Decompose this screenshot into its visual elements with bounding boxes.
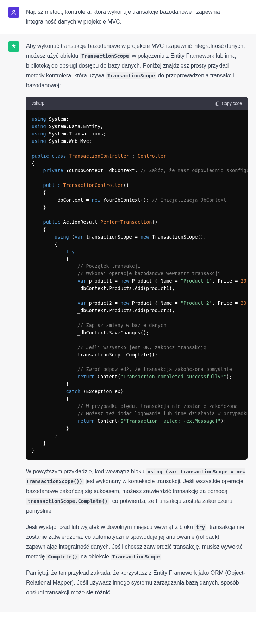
inline-code: TransactionScope — [80, 53, 130, 59]
person-icon — [11, 9, 17, 15]
user-message-row: Napisz metodę kontrolera, która wykonuje… — [0, 0, 256, 34]
explanation-paragraph-1: W powyższym przykładzie, kod wewnątrz bl… — [26, 467, 248, 516]
inline-code: try — [194, 524, 206, 531]
inline-code: Complete() — [46, 554, 79, 560]
code-body[interactable]: using System; using System.Data.Entity; … — [26, 110, 248, 460]
svg-point-0 — [13, 10, 15, 12]
assistant-message-content: Aby wykonać transakcje bazodanowe w proj… — [26, 41, 248, 598]
intro-paragraph: Aby wykonać transakcje bazodanowe w proj… — [26, 41, 248, 90]
assistant-avatar — [8, 41, 19, 52]
user-avatar — [8, 7, 19, 18]
logo-icon — [11, 43, 17, 50]
inline-code: transactionScope.Complete() — [26, 498, 109, 505]
inline-code: TransactionScope — [106, 72, 156, 79]
explanation-paragraph-3: Pamiętaj, że ten przykład zakłada, że ko… — [26, 568, 248, 598]
clipboard-icon — [215, 101, 220, 106]
explanation-paragraph-2: Jeśli wystąpi błąd lub wyjątek w dowolny… — [26, 522, 248, 562]
svg-rect-1 — [216, 102, 219, 105]
code-content: using System; using System.Data.Entity; … — [32, 115, 242, 454]
user-message-content: Napisz metodę kontrolera, która wykonuje… — [26, 7, 248, 27]
copy-code-button[interactable]: Copy code — [215, 101, 242, 106]
inline-code: TransactionScope — [111, 554, 161, 560]
user-text: Napisz metodę kontrolera, która wykonuje… — [26, 7, 248, 27]
code-header: csharp Copy code — [26, 97, 248, 110]
code-language-label: csharp — [32, 100, 44, 107]
assistant-message-row: Aby wykonać transakcje bazodanowe w proj… — [0, 34, 256, 612]
code-block: csharp Copy code using System; using Sys… — [26, 97, 248, 460]
